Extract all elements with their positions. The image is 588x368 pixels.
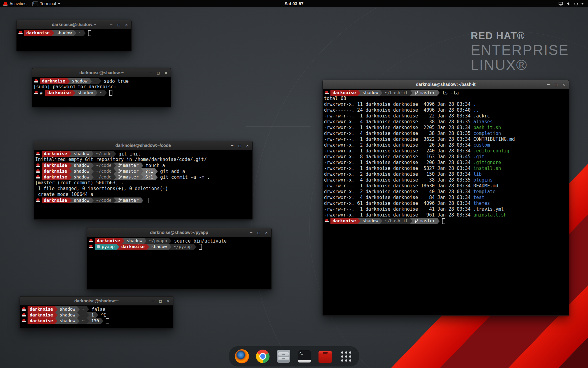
prompt-segment-git: master	[116, 174, 141, 180]
prompt-segment-host: shadow	[54, 30, 74, 36]
terminal-window-home-a[interactable]: darknoise@shadow:~─□✕darknoiseshadow~	[16, 20, 132, 51]
prompt-segment-host: shadow	[125, 238, 145, 244]
firefox-icon[interactable]	[235, 349, 249, 364]
window-titlebar[interactable]: darknoise@shadow:~─□✕	[32, 68, 171, 77]
terminal-content[interactable]: darknoiseshadow~sudo true[sudo] password…	[32, 77, 171, 97]
window-close-button[interactable]: ✕	[264, 230, 269, 235]
system-status-area[interactable]	[554, 0, 588, 7]
window-controls: ─□✕	[230, 141, 250, 150]
powerline-arrow	[91, 151, 94, 157]
window-titlebar[interactable]: darknoise@shadow:~─□✕	[20, 297, 173, 305]
branch-icon	[415, 90, 418, 95]
topbar: Activities Terminal Sat 03:57	[0, 0, 588, 7]
powerline-arrow	[87, 318, 89, 324]
window-minimize-button[interactable]: ─	[149, 71, 153, 75]
branch-icon	[415, 219, 418, 223]
prompt-segment-host: shadow	[72, 151, 92, 157]
terminal-text: custom	[473, 142, 490, 148]
terminal-window-code[interactable]: darknoise@shadow:~/code─□✕darknoiseshado…	[34, 141, 253, 220]
app-grid-icon[interactable]	[339, 349, 353, 364]
terminal-prompt-line: darknoiseshadow~/codemaster	[35, 197, 251, 203]
terminal-content[interactable]: darknoiseshadow~	[17, 29, 131, 37]
terminal-window-home-c[interactable]: darknoise@shadow:~─□✕darknoiseshadow~fal…	[20, 296, 173, 328]
terminal-content[interactable]: darknoiseshadow~/codegit initInitialized…	[34, 150, 252, 204]
redhat-prompt-icon	[36, 152, 40, 156]
prompt-segment-host: shadow	[58, 306, 77, 312]
window-minimize-button[interactable]: ─	[249, 230, 253, 235]
window-close-button[interactable]: ✕	[164, 71, 168, 75]
window-close-button[interactable]: ✕	[562, 82, 566, 87]
prompt-segment-stat: S:1	[143, 174, 155, 180]
window-minimize-button[interactable]: ─	[546, 82, 551, 87]
powerline-arrow	[114, 197, 116, 203]
prompt-segment-host: shadow	[72, 174, 92, 180]
terminal-text: [sudo] password for darknoise:	[33, 84, 116, 90]
window-maximize-button[interactable]: □	[158, 299, 163, 303]
window-minimize-button[interactable]: ─	[109, 22, 113, 27]
branch-icon	[118, 163, 122, 167]
window-maximize-button[interactable]: □	[238, 143, 242, 148]
window-maximize-button[interactable]: □	[156, 71, 160, 75]
powerline-arrow	[96, 312, 98, 318]
window-controls: ─□✕	[249, 228, 269, 237]
terminal-window-bash-it[interactable]: darknoise@shadow:~/bash-it─□✕darknoisesh…	[322, 80, 569, 316]
files-icon[interactable]	[276, 349, 291, 364]
window-title: darknoise@shadow:~/code	[115, 143, 171, 148]
prompt-segment-user: darknoise	[42, 197, 69, 203]
window-titlebar[interactable]: darknoise@shadow:~/code─□✕	[34, 141, 252, 150]
terminal-content[interactable]: darknoiseshadow~/bash-itmasterls -latota…	[323, 89, 569, 225]
window-titlebar[interactable]: darknoise@shadow:~─□✕	[17, 20, 131, 29]
terminal-text: drwxrwxr-x. 4 darknoise darknoise 38 Jan…	[324, 177, 473, 183]
powerline-arrow	[169, 244, 172, 250]
prompt-segment-path: ~/pyapp	[147, 238, 169, 244]
app-menu-terminal[interactable]: Terminal	[29, 0, 63, 7]
prompt-segment-host: shadow	[70, 78, 90, 84]
window-minimize-button[interactable]: ─	[230, 143, 234, 148]
powerline-arrow	[141, 168, 143, 174]
powerline-arrow	[91, 168, 94, 174]
terminal-text: .ackrc	[473, 113, 490, 119]
prompt-segment-user: darknoise	[28, 306, 55, 312]
toolbox-icon[interactable]	[318, 349, 333, 364]
terminal-content[interactable]: darknoiseshadow~/pyappsource bin/activat…	[87, 237, 271, 251]
prompt-segment-user: darknoise	[28, 312, 55, 318]
chrome-icon[interactable]	[255, 349, 270, 364]
terminal-window-home-b[interactable]: darknoise@shadow:~─□✕darknoiseshadow~sud…	[32, 68, 171, 107]
prompt-segment-path: ~/code	[94, 168, 114, 174]
window-close-button[interactable]: ✕	[245, 143, 250, 148]
terminal-cursor	[109, 90, 112, 96]
terminal-text: total 68	[324, 96, 346, 101]
activities-button[interactable]: Activities	[0, 0, 29, 7]
powerline-arrow	[380, 90, 383, 96]
terminal-text: drwxrwxr-x. 8 darknoise darknoise 163 Ja…	[324, 154, 473, 159]
terminal-window-pyapp[interactable]: darknoise@shadow:~/pyapp─□✕darknoiseshad…	[87, 228, 272, 289]
terminal-prompt-line: darknoiseshadow~/bash-itmaster	[324, 218, 567, 224]
powerline-arrow	[114, 151, 116, 157]
window-maximize-button[interactable]: □	[257, 230, 261, 235]
prompt-text: #	[40, 90, 45, 96]
terminal-text: Initialized empty Git repository in /hom…	[35, 157, 207, 162]
terminal-prompt-line: darknoiseshadow~/pyappsource bin/activat…	[88, 238, 270, 244]
window-title: darknoise@shadow:~	[79, 70, 124, 75]
terminal-text: -rwxrwxr-x. 1 darknoise darknoise 961 Ja…	[324, 212, 473, 218]
window-close-button[interactable]: ✕	[124, 22, 129, 27]
powerline-arrow	[141, 163, 143, 168]
terminal-icon[interactable]: >_	[297, 349, 312, 364]
window-titlebar[interactable]: darknoise@shadow:~/bash-it─□✕	[323, 80, 569, 89]
window-maximize-button[interactable]: □	[554, 82, 558, 87]
redhat-icon	[3, 2, 8, 6]
powerline-arrow	[69, 197, 72, 203]
terminal-text: lib	[473, 171, 482, 177]
powerline-arrow	[91, 163, 94, 168]
clock[interactable]: Sat 03:57	[281, 0, 306, 7]
terminal-content[interactable]: darknoiseshadow~falsedarknoiseshadow~1^C…	[20, 305, 173, 325]
window-close-button[interactable]: ✕	[166, 299, 170, 303]
window-minimize-button[interactable]: ─	[151, 299, 155, 303]
chevron-down-icon	[58, 3, 60, 5]
prompt-segment-user: darknoise	[95, 238, 122, 244]
window-titlebar[interactable]: darknoise@shadow:~/pyapp─□✕	[87, 228, 271, 237]
window-maximize-button[interactable]: □	[117, 22, 121, 27]
powerline-arrow	[380, 218, 383, 224]
prompt-segment-path: ~	[76, 30, 83, 36]
activities-label: Activities	[9, 1, 26, 6]
